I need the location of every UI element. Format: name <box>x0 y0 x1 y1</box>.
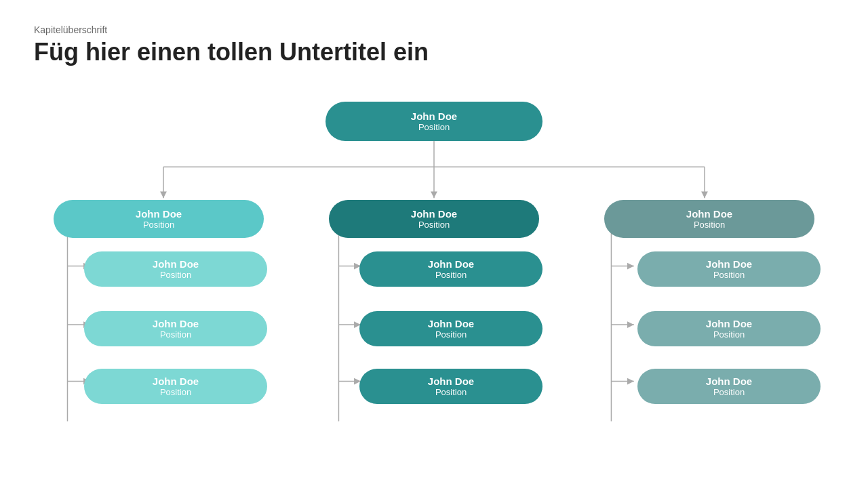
right-child-1-name: John Doe <box>706 258 752 270</box>
left-head-position: Position <box>143 220 174 230</box>
left-child-1-position: Position <box>160 270 191 280</box>
mid-head-position: Position <box>418 220 450 230</box>
right-child-2-position: Position <box>713 329 745 340</box>
svg-marker-27 <box>627 321 634 328</box>
page: Kapitelüberschrift Füg hier einen tollen… <box>0 0 868 488</box>
right-head-node[interactable]: John Doe Position <box>604 200 814 238</box>
connector-lines <box>0 95 868 481</box>
right-child-3-position: Position <box>713 387 745 397</box>
svg-marker-18 <box>431 192 437 199</box>
mid-child-3-name: John Doe <box>428 375 474 387</box>
left-child-1-name: John Doe <box>153 258 199 270</box>
mid-child-3-position: Position <box>435 387 467 397</box>
left-head-node[interactable]: John Doe Position <box>54 200 264 238</box>
mid-child-2-name: John Doe <box>428 318 474 329</box>
left-child-2-node[interactable]: John Doe Position <box>84 311 267 346</box>
org-chart: John Doe Position John Doe Position John… <box>0 95 868 481</box>
left-child-2-name: John Doe <box>153 318 199 329</box>
left-head-name: John Doe <box>136 208 182 220</box>
right-child-1-position: Position <box>713 270 745 280</box>
mid-head-node[interactable]: John Doe Position <box>329 200 539 238</box>
mid-child-2-position: Position <box>435 329 467 340</box>
left-child-1-node[interactable]: John Doe Position <box>84 251 267 287</box>
mid-head-name: John Doe <box>411 208 457 220</box>
left-child-3-name: John Doe <box>153 375 199 387</box>
left-child-2-position: Position <box>160 329 191 340</box>
right-child-2-node[interactable]: John Doe Position <box>637 311 821 346</box>
left-child-3-position: Position <box>160 387 191 397</box>
mid-child-1-name: John Doe <box>428 258 474 270</box>
right-child-1-node[interactable]: John Doe Position <box>637 251 821 287</box>
root-node[interactable]: John Doe Position <box>326 102 542 141</box>
right-child-3-name: John Doe <box>706 375 752 387</box>
svg-marker-26 <box>627 263 634 270</box>
right-child-2-name: John Doe <box>706 318 752 329</box>
mid-child-1-node[interactable]: John Doe Position <box>359 251 542 287</box>
left-child-3-node[interactable]: John Doe Position <box>84 369 267 404</box>
right-child-3-node[interactable]: John Doe Position <box>637 369 821 404</box>
mid-child-1-position: Position <box>435 270 467 280</box>
chapter-label: Kapitelüberschrift <box>34 24 834 35</box>
svg-marker-19 <box>701 192 708 199</box>
root-name: John Doe <box>411 110 457 122</box>
root-position: Position <box>418 122 450 132</box>
main-title: Füg hier einen tollen Untertitel ein <box>34 38 834 66</box>
svg-marker-28 <box>627 378 634 385</box>
svg-marker-17 <box>160 192 167 199</box>
mid-child-2-node[interactable]: John Doe Position <box>359 311 542 346</box>
right-head-position: Position <box>694 220 725 230</box>
right-head-name: John Doe <box>686 208 732 220</box>
mid-child-3-node[interactable]: John Doe Position <box>359 369 542 404</box>
